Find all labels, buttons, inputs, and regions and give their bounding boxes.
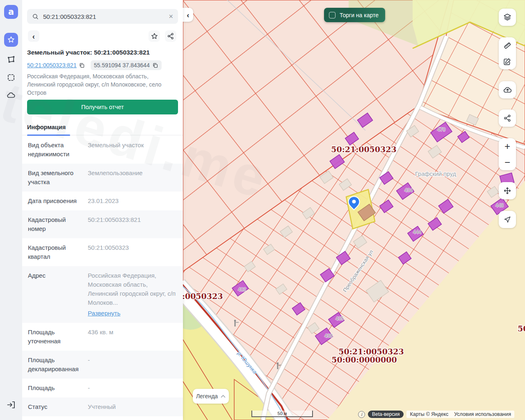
draw-edit-button[interactable] [499, 53, 516, 69]
scale-bar: 50 м [251, 411, 313, 417]
table-row: Вид объекта недвижимостиЗемельный участо… [22, 136, 183, 164]
table-row: Категория земельЗемли населенных пунктов [22, 416, 183, 420]
share-icon [167, 32, 174, 40]
cloud-nav-button[interactable] [5, 89, 17, 102]
table-row: Площадь уточненная436 кв. м [22, 323, 183, 351]
move-icon [503, 186, 512, 195]
quarter-label-bottom: 50:21:0050323 [338, 347, 404, 356]
clear-search-icon[interactable]: × [169, 13, 173, 20]
pond-label: Графский пруд [415, 171, 456, 177]
table-row: Кадастровый номер50:21:0050323:821 [22, 210, 183, 238]
quarter-label-top: 50:21:0050323 [331, 145, 396, 154]
object-header-actions: ‹ [27, 30, 178, 42]
left-icon-rail: a [0, 0, 22, 420]
svg-text:444: 444 [413, 229, 421, 235]
object-ids: 50:21:0050323:821 55.591094 37.843644 [27, 61, 178, 70]
share-icon [503, 114, 511, 122]
star-outline-icon [151, 32, 158, 40]
tab-information[interactable]: Информация [27, 121, 66, 135]
cadastral-number-link[interactable]: 50:21:0050323:821 [27, 62, 85, 68]
table-row: СтатусУчтенный [22, 397, 183, 416]
share-object-button[interactable] [165, 30, 176, 42]
table-row: Площадь- [22, 379, 183, 397]
cadastral-map-app: a × ‹ [0, 0, 525, 420]
polygon-icon [6, 55, 16, 64]
table-row-address: Адрес Российская Федерация, Московская о… [22, 266, 183, 323]
edit-square-icon [503, 57, 512, 66]
search-input[interactable] [43, 13, 169, 20]
star-icon [7, 36, 15, 44]
zoom-in-button[interactable]: + [499, 138, 516, 154]
table-row: Вид земельного участкаЗемлепользование [22, 164, 183, 192]
table-row: Площадь декларированная- [22, 351, 183, 379]
exit-icon [6, 400, 16, 410]
layers-button[interactable] [499, 9, 516, 26]
district-label-bottom: 50:00:0000000 [331, 355, 397, 364]
map-copyright[interactable]: Карты © Яндекс [410, 411, 448, 417]
svg-text:434: 434 [404, 187, 413, 193]
favorite-object-button[interactable] [148, 30, 160, 42]
area-select-button[interactable] [5, 71, 17, 84]
table-row: Кадастровый квартал50:21:0050323 [22, 238, 183, 266]
info-table: Вид объекта недвижимостиЗемельный участо… [22, 136, 183, 420]
pan-mode-button[interactable] [499, 182, 516, 199]
dashed-select-icon [6, 73, 16, 82]
cloud-icon [6, 91, 16, 100]
back-button[interactable]: ‹ [28, 30, 39, 42]
terms-of-use-link[interactable]: Условия использования [454, 411, 511, 417]
polygon-tool-button[interactable] [5, 53, 17, 66]
quarter-label-left: 50:21:0050323 [183, 292, 223, 301]
chevron-up-icon [221, 395, 226, 398]
auctions-toggle[interactable]: Торги на карте [324, 8, 385, 22]
page-title: Земельный участок: 50:21:0050323:821 [27, 49, 178, 56]
favorites-nav-button[interactable] [4, 33, 18, 47]
auctions-toggle-label: Торги на карте [340, 12, 379, 18]
navigate-arrow-icon [503, 215, 511, 224]
tab-bar: Информация [22, 120, 183, 135]
my-location-button[interactable] [499, 211, 516, 228]
app-logo-letter: a [8, 7, 14, 17]
copy-icon[interactable] [79, 62, 85, 68]
map-attribution: i Beta-версия Карты © Яндекс Условия исп… [358, 411, 514, 418]
object-address: Российская Федерация, Московская область… [27, 72, 178, 97]
logout-button[interactable] [5, 399, 17, 411]
ruler-icon [503, 41, 512, 50]
measure-button[interactable] [499, 37, 516, 53]
search-bar[interactable]: × [27, 9, 178, 24]
copy-icon[interactable] [152, 62, 158, 68]
svg-text:435: 435 [336, 316, 344, 322]
svg-text:448: 448 [495, 203, 504, 208]
zoom-controls: + − [499, 138, 516, 170]
info-icon[interactable]: i [358, 411, 365, 418]
share-map-button[interactable] [499, 110, 516, 127]
layers-icon [503, 13, 512, 22]
svg-text:402: 402 [238, 287, 246, 292]
legend-button[interactable]: Легенда [193, 389, 229, 404]
measure-edit-group [499, 37, 516, 69]
map-render: 50:21:0050323 50:21:0050323 50:21:005032… [183, 0, 525, 420]
map-canvas[interactable]: 50:21:0050323 50:21:0050323 50:21:005032… [183, 0, 525, 420]
beta-badge: Beta-версия [368, 411, 404, 418]
svg-text:438: 438 [324, 333, 333, 339]
get-report-button[interactable]: Получить отчет [27, 100, 178, 114]
app-logo[interactable]: a [4, 5, 18, 19]
zoom-out-button[interactable]: − [499, 154, 516, 170]
coordinates-badge[interactable]: 55.591094 37.843644 [91, 60, 162, 70]
svg-text:470: 470 [437, 127, 445, 132]
search-icon [32, 13, 39, 20]
object-info-panel: × ‹ Земельный участок: 50:21:0050323:821… [22, 0, 183, 420]
collapse-sidebar-button[interactable]: ‹ [183, 8, 193, 22]
upload-button[interactable] [499, 81, 516, 98]
quarter-label-right-partial: 50 [518, 324, 525, 333]
table-row: Дата присвоения23.01.2023 [22, 192, 183, 210]
cloud-upload-icon [503, 85, 512, 95]
auctions-checkbox[interactable] [329, 12, 336, 18]
expand-address-link[interactable]: Развернуть [88, 309, 121, 318]
